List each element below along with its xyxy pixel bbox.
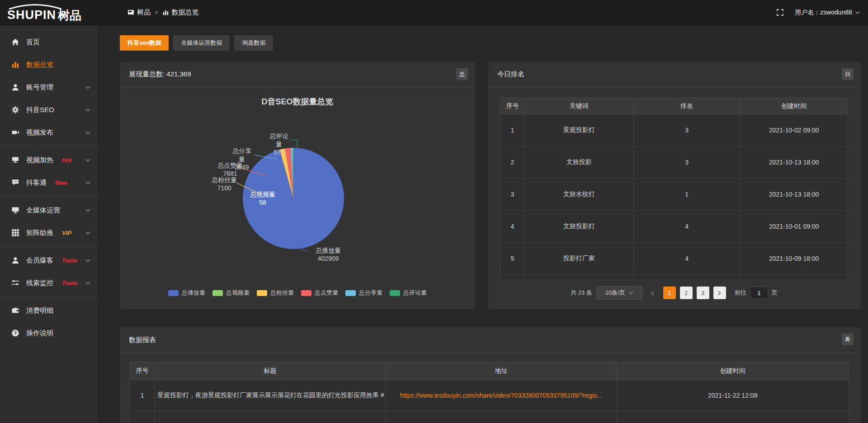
app-logo: SHUPIN 树品 (0, 4, 98, 21)
table-cell: 2021-10-13 18:00 (740, 146, 848, 179)
sidebar-item-label: 操作说明 (26, 329, 53, 338)
pie-label-lines (120, 87, 475, 309)
label-line-总评论量 (290, 140, 297, 148)
sidebar-item-label: 数据总览 (26, 61, 53, 69)
overview-panel-title: 展现量总数: 421,369 (120, 62, 475, 87)
table-row (500, 275, 848, 280)
breadcrumb: 树品 > 数据总览 (127, 8, 199, 17)
sidebar-item-data-overview[interactable]: 数据总览 (0, 53, 98, 76)
sidebar-item-clue-monitor[interactable]: 线索监控Tools (0, 272, 98, 294)
pagination-page-1[interactable]: 1 (663, 287, 676, 299)
chevron-left-icon (651, 291, 654, 296)
goto-suffix: 页 (772, 289, 778, 297)
table-cell: 2021-10-01 09:00 (740, 211, 848, 243)
chevron-down-icon (85, 181, 90, 184)
sidebar-divider (0, 146, 98, 146)
table-cell: 5 (500, 243, 525, 275)
data-report-panel: 数据报表 表 序号标题地址创建时间 1景观投影灯，夜游景观投影灯厂家展示展示落花… (120, 327, 861, 423)
table-cell (155, 411, 386, 423)
table-cell: 1 (130, 380, 155, 411)
sidebar-item-douketong[interactable]: 抖客通New (0, 171, 98, 194)
table-cell: 景观投影灯 (524, 114, 633, 146)
sidebar-item-label: 账号管理 (26, 83, 53, 92)
chevron-down-icon (85, 231, 90, 235)
dashboard-icon (127, 9, 134, 16)
pagination-page-2[interactable]: 2 (680, 287, 693, 299)
legend-item-总视频量[interactable]: 总视频量 (212, 289, 250, 297)
overview-corner-badge-button[interactable]: 总 (456, 68, 468, 80)
sidebar-item-video-heat[interactable]: 视频加热Hot (0, 149, 98, 171)
sidebar-item-help[interactable]: ?操作说明 (0, 322, 98, 344)
user-menu[interactable]: 用户名：zswodun88 (795, 9, 860, 17)
report-table-scroll[interactable]: 序号标题地址创建时间 1景观投影灯，夜游景观投影灯厂家展示展示落花灯在花园里的灯… (130, 362, 849, 423)
table-cell: 3 (633, 114, 740, 146)
column-header: 排名 (633, 98, 740, 114)
legend-item-总分享量[interactable]: 总分享量 (345, 289, 382, 297)
goto-page-input[interactable] (750, 287, 768, 299)
legend-swatch (257, 290, 267, 296)
tab-0[interactable]: 抖音seo数据 (120, 35, 169, 51)
chevron-down-icon (85, 86, 90, 89)
ranking-table: 序号关键词排名创建时间 1景观投影灯32021-10-02 09:002文旅投影… (500, 98, 848, 280)
tab-2[interactable]: 询盘数据 (234, 35, 273, 51)
table-cell: 4 (500, 211, 525, 243)
logo-text-cn: 树品 (58, 9, 81, 21)
table-row: 1景观投影灯，夜游景观投影灯厂家展示展示落花灯在花园里的灯光投影应用效果 #ht… (130, 380, 849, 411)
fullscreen-icon[interactable] (776, 9, 784, 16)
ranking-pagination: 共 23 条 10条/页 123 前往 页 (500, 286, 848, 300)
sidebar-item-douyin-seo[interactable]: 抖音SEO (0, 99, 98, 121)
table-cell: 3 (633, 146, 740, 179)
table-cell (130, 411, 155, 423)
chevron-down-icon (85, 259, 90, 262)
column-header: 地址 (386, 362, 617, 380)
legend-item-总播放量[interactable]: 总播放量 (168, 289, 205, 297)
table-row: 5投影灯厂家42021-10-09 18:00 (500, 243, 848, 275)
sidebar-item-label: 消费明细 (26, 306, 53, 315)
sidebar-item-video-publish[interactable]: 视频发布 (0, 121, 98, 144)
legend-item-总粉丝量[interactable]: 总粉丝量 (257, 289, 294, 297)
pagination-prev-button[interactable] (646, 287, 659, 299)
home-icon (11, 38, 19, 46)
legend-item-总点赞量[interactable]: 总点赞量 (301, 289, 338, 297)
table-cell (633, 275, 740, 280)
link-cell[interactable]: https://www.iesdouyin.com/share/video/70… (386, 380, 617, 411)
today-ranking-panel: 今日排名 日 序号关键词排名创建时间 1景观投影灯32021-10-02 09:… (488, 62, 861, 309)
sidebar-item-label: 抖客通 (26, 179, 47, 187)
legend-item-总评论量[interactable]: 总评论量 (390, 289, 427, 297)
user-icon (11, 256, 19, 264)
sidebar-item-member-baoke[interactable]: 会员爆客Tools (0, 249, 98, 272)
table-cell: 2021-11-22 12:08 (617, 380, 849, 411)
sidebar-item-account-manage[interactable]: 账号管理 (0, 76, 98, 99)
chevron-down-icon (85, 159, 90, 162)
ranking-table-scroll[interactable]: 序号关键词排名创建时间 1景观投影灯32021-10-02 09:002文旅投影… (500, 98, 848, 280)
report-corner-badge-button[interactable]: 表 (842, 334, 854, 345)
table-cell: 2021-10-09 18:00 (740, 243, 848, 275)
label-line-总播放量 (300, 248, 308, 252)
sidebar-item-consume-detail[interactable]: 消费明细 (0, 299, 98, 322)
column-header: 创建时间 (617, 362, 849, 380)
legend-swatch (168, 290, 179, 296)
breadcrumb-item-root[interactable]: 树品 (127, 8, 151, 17)
ranking-panel-title: 今日排名 (488, 62, 861, 87)
breadcrumb-item-current[interactable]: 数据总览 (162, 8, 199, 17)
ranking-corner-badge-button[interactable]: 日 (842, 68, 854, 80)
pagination-page-3[interactable]: 3 (697, 287, 709, 299)
goto-label: 前往 (735, 289, 746, 297)
legend-label: 总分享量 (359, 289, 382, 297)
logo-arc-decoration (6, 4, 64, 9)
sidebar-item-home[interactable]: 首页 (0, 31, 98, 53)
main-content: 抖音seo数据全媒体运营数据询盘数据 展现量总数: 421,369 总 D音SE… (98, 25, 868, 423)
table-cell: 文旅投影灯 (524, 211, 633, 243)
sidebar-item-media-ops[interactable]: 全媒体运营 (0, 199, 98, 221)
sidebar-item-badge: Hot (62, 157, 72, 164)
sidebar-item-badge: New (55, 179, 67, 186)
sidebar-item-matrix-boost[interactable]: 矩阵助推VIP (0, 221, 98, 244)
table-cell: 1 (633, 179, 740, 211)
table-cell: 3 (500, 179, 525, 211)
tab-1[interactable]: 全媒体运营数据 (173, 35, 230, 51)
page-size-select[interactable]: 10条/页 (596, 286, 642, 300)
legend-swatch (301, 290, 311, 296)
pagination-next-button[interactable] (713, 287, 726, 299)
chart-icon (11, 61, 19, 69)
table-cell (524, 275, 633, 280)
